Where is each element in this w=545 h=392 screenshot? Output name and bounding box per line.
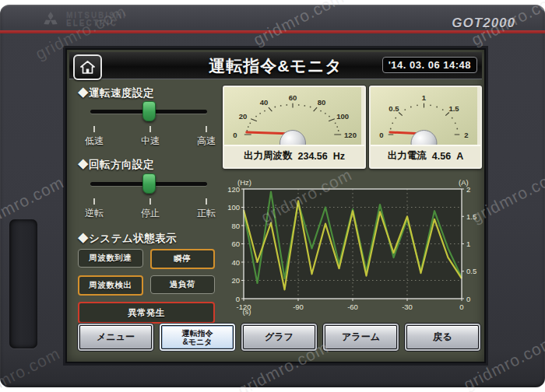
trend-chart: 02040608010012000.511.52-120-90-60-300(H… — [223, 179, 483, 316]
direction-slider-thumb[interactable] — [142, 173, 156, 194]
gauge-output-current: 00.511.52 出力電流 4.56 A — [369, 86, 482, 169]
bezel-red-stripe — [0, 30, 545, 33]
svg-text:-30: -30 — [402, 303, 413, 311]
gauge-name: 出力周波数 — [244, 149, 293, 163]
svg-text:-90: -90 — [293, 303, 304, 311]
nav-button-alarm[interactable]: アラーム — [325, 325, 397, 349]
lamp-frequency-reached: 周波数到達 — [78, 249, 143, 268]
speed-slider[interactable] — [90, 102, 207, 122]
direction-options: 逆転 停止 正転 — [72, 198, 228, 220]
svg-text:0: 0 — [233, 131, 237, 139]
device-bezel: MITSUBISHI ELECTRIC GOT2000 運転指令&モニタ '14… — [0, 5, 545, 387]
speed-option-mid: 中速 — [128, 126, 172, 148]
speed-slider-thumb[interactable] — [142, 101, 156, 121]
direction-option-reverse: 逆転 — [72, 198, 116, 220]
svg-text:1.5: 1.5 — [448, 104, 459, 113]
nav-button-label: 運転指令 — [182, 329, 213, 338]
nav-button-graph[interactable]: グラフ — [243, 325, 315, 349]
svg-text:0: 0 — [459, 303, 463, 311]
speed-options: 低速 中速 高速 — [72, 126, 228, 148]
device-photo: MITSUBISHI ELECTRIC GOT2000 運転指令&モニタ '14… — [0, 0, 545, 392]
svg-text:(s): (s) — [242, 307, 251, 316]
scale-tick — [206, 126, 207, 132]
svg-text:(A): (A) — [459, 179, 469, 187]
gauge-readout: 出力電流 4.56 A — [371, 145, 480, 166]
gauge-value: 4.56 — [432, 151, 451, 162]
svg-text:-60: -60 — [347, 303, 358, 311]
direction-section-heading: ◆回転方向設定 — [78, 158, 154, 172]
svg-text:0: 0 — [236, 295, 240, 303]
scale-tick — [206, 198, 207, 205]
svg-text:(Hz): (Hz) — [237, 179, 251, 187]
lamp-fault-occurred: 異常発生 — [78, 302, 215, 324]
brand-text: MITSUBISHI ELECTRIC — [66, 12, 127, 28]
mitsubishi-logo: MITSUBISHI ELECTRIC — [40, 11, 127, 28]
direction-option-label: 停止 — [141, 207, 160, 220]
svg-text:20: 20 — [231, 276, 240, 285]
speed-option-low: 低速 — [72, 126, 116, 148]
nav-button-label: アラーム — [342, 332, 380, 342]
svg-text:100: 100 — [227, 203, 240, 212]
speed-option-label: 低速 — [85, 135, 104, 148]
scale-tick — [149, 198, 151, 205]
lamp-frequency-detect: 周波数検出 — [78, 275, 143, 296]
svg-text:120: 120 — [344, 131, 357, 139]
speed-option-label: 中速 — [141, 135, 160, 148]
svg-text:0: 0 — [466, 295, 470, 303]
gauge-readout: 出力周波数 234.56 Hz — [224, 145, 364, 166]
screen-header: 運転指令&モニタ '14. 03. 06 14:48 — [69, 52, 482, 79]
scale-tick — [149, 126, 151, 132]
direction-option-label: 逆転 — [85, 207, 104, 220]
speed-option-label: 高速 — [197, 135, 216, 148]
analog-gauge-face: 020406080100120 — [224, 87, 361, 145]
nav-bar: メニュー 運転指令 &モニタ グラフ アラーム 戻る — [79, 325, 479, 349]
svg-text:1.5: 1.5 — [466, 212, 476, 221]
nav-button-back[interactable]: 戻る — [406, 325, 479, 349]
got2000-logo: GOT2000 — [452, 16, 515, 31]
svg-text:0: 0 — [379, 131, 383, 139]
svg-text:40: 40 — [231, 258, 240, 267]
status-lamp-grid: 周波数到達 瞬停 周波数検出 過負荷 異常発生 — [78, 249, 215, 324]
svg-text:0.5: 0.5 — [466, 267, 476, 275]
direction-slider[interactable] — [90, 174, 207, 194]
direction-option-label: 正転 — [197, 207, 216, 220]
svg-text:80: 80 — [318, 98, 326, 107]
svg-text:60: 60 — [231, 240, 240, 248]
svg-text:40: 40 — [260, 98, 269, 107]
three-diamonds-icon — [40, 11, 61, 28]
nav-button-operation-monitor[interactable]: 運転指令 &モニタ — [161, 325, 234, 349]
nav-button-label: 戻る — [433, 332, 452, 342]
gauge-name: 出力電流 — [388, 149, 427, 163]
analog-gauge-face: 00.511.52 — [371, 87, 477, 145]
nav-button-menu[interactable]: メニュー — [79, 325, 152, 349]
svg-text:100: 100 — [336, 112, 349, 121]
svg-text:0.5: 0.5 — [389, 104, 399, 113]
svg-text:1: 1 — [422, 93, 427, 102]
svg-text:80: 80 — [231, 222, 240, 230]
speed-section-heading: ◆運転速度設定 — [78, 86, 154, 100]
svg-text:20: 20 — [239, 112, 248, 121]
datetime-display: '14. 03. 06 14:48 — [382, 57, 477, 73]
gauge-unit: A — [456, 151, 463, 162]
scale-tick — [93, 198, 95, 205]
nav-button-label: &モニタ — [183, 338, 213, 346]
speed-option-high: 高速 — [185, 126, 228, 148]
gauge-unit: Hz — [333, 151, 345, 162]
svg-text:60: 60 — [289, 93, 297, 102]
direction-option-forward: 正転 — [185, 198, 228, 220]
brand-line2: ELECTRIC — [66, 19, 127, 28]
bezel-side-slot — [9, 219, 37, 348]
gauge-output-frequency: 020406080100120 出力周波数 234.56 Hz — [223, 86, 366, 169]
status-section-heading: ◆システム状態表示 — [78, 232, 177, 246]
scale-tick — [93, 126, 95, 132]
touchscreen: 運転指令&モニタ '14. 03. 06 14:48 ◆運転速度設定 低速 中速 — [65, 48, 486, 363]
svg-text:2: 2 — [464, 131, 468, 139]
lamp-overload: 過負荷 — [150, 275, 216, 294]
direction-option-stop: 停止 — [128, 198, 172, 220]
nav-button-label: メニュー — [97, 332, 135, 342]
lamp-instantaneous-stop: 瞬停 — [150, 249, 216, 269]
nav-button-label: グラフ — [265, 332, 294, 342]
svg-text:1: 1 — [466, 240, 470, 248]
gauge-value: 234.56 — [297, 151, 327, 162]
